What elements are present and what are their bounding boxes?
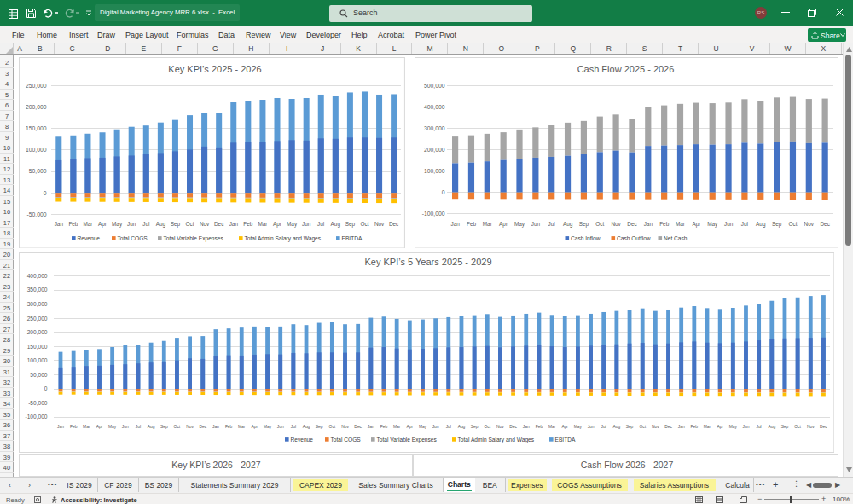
svg-text:Sep: Sep — [578, 221, 589, 228]
svg-text:Oct: Oct — [595, 221, 604, 227]
svg-text:Dec: Dec — [820, 221, 830, 227]
svg-text:Apr: Apr — [692, 221, 701, 228]
svg-text:500,000: 500,000 — [423, 82, 444, 88]
svg-text:Aug: Aug — [756, 221, 766, 228]
svg-text:Mar: Mar — [83, 425, 90, 429]
svg-text:Apr: Apr — [96, 425, 103, 429]
svg-text:Apr: Apr — [561, 425, 568, 429]
svg-text:Key KPI’s 5 Years 2025 - 2029: Key KPI’s 5 Years 2025 - 2029 — [364, 257, 491, 267]
svg-text:Sep: Sep — [316, 425, 323, 429]
svg-text:Net Cash: Net Cash — [664, 235, 688, 241]
svg-text:0: 0 — [44, 385, 48, 391]
svg-text:-50,000: -50,000 — [28, 399, 48, 405]
svg-text:Jul: Jul — [136, 425, 141, 429]
svg-text:100,000: 100,000 — [27, 357, 48, 363]
svg-text:Nov: Nov — [652, 425, 659, 429]
svg-text:Apr: Apr — [98, 221, 107, 228]
svg-text:150,000: 150,000 — [27, 343, 48, 349]
svg-text:May: May — [264, 425, 272, 429]
svg-text:Dec: Dec — [820, 425, 827, 429]
svg-text:-100,000: -100,000 — [25, 414, 47, 420]
svg-text:Jun: Jun — [127, 221, 136, 227]
svg-text:Oct: Oct — [794, 425, 801, 429]
svg-text:Feb: Feb — [225, 425, 233, 429]
svg-text:Mar: Mar — [482, 221, 492, 227]
svg-text:Sep: Sep — [160, 425, 168, 429]
svg-text:Jan: Jan — [643, 221, 653, 227]
svg-text:Jun: Jun — [277, 425, 284, 429]
svg-text:Mar: Mar — [393, 425, 401, 429]
svg-text:May: May — [419, 425, 427, 429]
svg-text:Nov: Nov — [804, 221, 814, 227]
svg-text:Jan: Jan — [450, 221, 460, 227]
svg-text:Feb: Feb — [380, 425, 388, 429]
svg-text:Aug: Aug — [156, 221, 166, 228]
svg-text:Jul: Jul — [548, 221, 554, 227]
svg-text:Aug: Aug — [148, 425, 155, 429]
svg-text:100,000: 100,000 — [26, 147, 47, 153]
svg-text:Feb: Feb — [70, 425, 78, 429]
svg-text:Sep: Sep — [471, 425, 479, 429]
svg-text:Oct: Oct — [639, 425, 646, 429]
svg-text:-100,000: -100,000 — [421, 211, 444, 217]
svg-text:Dec: Dec — [199, 425, 206, 429]
svg-text:Jun: Jun — [588, 425, 595, 429]
svg-text:400,000: 400,000 — [423, 104, 444, 110]
svg-text:Oct: Oct — [174, 425, 181, 429]
svg-text:Jul: Jul — [756, 425, 761, 429]
svg-text:Jun: Jun — [122, 425, 129, 429]
svg-text:100,000: 100,000 — [423, 168, 444, 174]
svg-text:Aug: Aug — [562, 221, 572, 228]
svg-text:May: May — [707, 221, 718, 228]
svg-text:Feb: Feb — [68, 221, 78, 227]
svg-text:Jul: Jul — [291, 425, 296, 429]
svg-text:350,000: 350,000 — [27, 287, 48, 293]
svg-text:Jan: Jan — [523, 425, 530, 429]
svg-text:May: May — [729, 425, 738, 429]
svg-text:Feb: Feb — [536, 425, 543, 429]
svg-text:Nov: Nov — [611, 221, 621, 227]
svg-text:Total Variable Expenses: Total Variable Expenses — [377, 437, 438, 443]
svg-text:Jun: Jun — [531, 221, 540, 227]
svg-text:-50,000: -50,000 — [26, 211, 46, 217]
svg-text:Apr: Apr — [499, 221, 508, 228]
svg-text:Sep: Sep — [171, 221, 181, 228]
svg-text:Oct: Oct — [788, 221, 797, 227]
svg-text:Dec: Dec — [627, 221, 637, 227]
svg-text:May: May — [514, 221, 525, 228]
svg-text:May: May — [574, 425, 583, 429]
svg-text:250,000: 250,000 — [27, 315, 48, 321]
svg-text:0: 0 — [441, 189, 444, 195]
svg-text:Feb: Feb — [466, 221, 475, 227]
svg-text:Dec: Dec — [354, 425, 362, 429]
svg-text:Total Admin Salary and Wages: Total Admin Salary and Wages — [458, 437, 535, 443]
svg-text:Jan: Jan — [57, 425, 64, 429]
svg-text:Feb: Feb — [659, 221, 669, 227]
svg-text:EBITDA: EBITDA — [342, 235, 363, 241]
svg-text:Sep: Sep — [626, 425, 634, 429]
svg-text:Jan: Jan — [229, 221, 239, 227]
svg-text:Dec: Dec — [664, 425, 672, 429]
svg-text:Jul: Jul — [446, 425, 451, 429]
svg-text:Apr: Apr — [406, 425, 413, 429]
svg-text:Jul: Jul — [317, 221, 324, 227]
svg-text:EBITDA: EBITDA — [555, 437, 576, 443]
svg-text:Nov: Nov — [374, 221, 385, 227]
svg-text:50,000: 50,000 — [30, 371, 48, 377]
svg-text:Jul: Jul — [142, 221, 149, 227]
svg-text:Jun: Jun — [723, 221, 733, 227]
svg-text:Jul: Jul — [601, 425, 606, 429]
svg-text:Jan: Jan — [212, 425, 219, 429]
svg-text:200,000: 200,000 — [27, 329, 48, 335]
svg-text:Mar: Mar — [675, 221, 685, 227]
svg-text:Jun: Jun — [432, 425, 439, 429]
svg-text:Jan: Jan — [368, 425, 374, 429]
svg-text:Feb: Feb — [691, 425, 699, 429]
svg-text:Mar: Mar — [238, 425, 246, 429]
svg-text:Jun: Jun — [743, 425, 750, 429]
svg-text:200,000: 200,000 — [423, 147, 444, 153]
svg-text:Aug: Aug — [331, 221, 341, 228]
svg-text:Aug: Aug — [458, 425, 466, 429]
svg-text:Mar: Mar — [258, 221, 268, 227]
svg-text:Sep: Sep — [781, 425, 789, 429]
